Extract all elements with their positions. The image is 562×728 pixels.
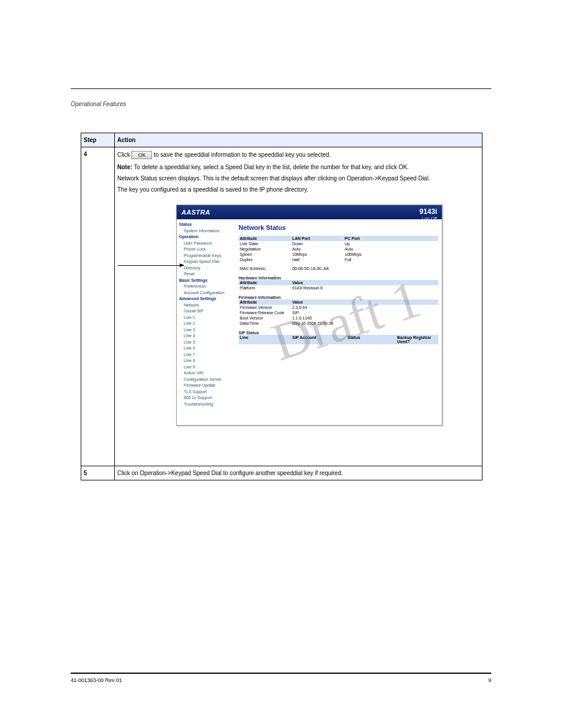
procedure-table: Step Action 4 Click OK to save the speed… bbox=[81, 133, 482, 480]
nav-item[interactable]: Troubleshooting bbox=[184, 401, 235, 408]
hw-title: Hardware Information bbox=[239, 276, 438, 280]
panel-title: Network Status bbox=[239, 224, 438, 231]
note-label: Note: bbox=[117, 164, 134, 170]
table-row: 5 Click on Operation->Keypad Speed Dial … bbox=[81, 466, 482, 480]
table-row: Boot Version1.1.0.1140 bbox=[239, 315, 438, 321]
nav-item[interactable]: Line 1 bbox=[184, 315, 235, 321]
nav-item[interactable]: Account Configuration bbox=[184, 290, 235, 297]
nav-item[interactable]: Line 5 bbox=[184, 340, 235, 346]
col-pc: PC Port bbox=[343, 236, 396, 241]
note-body: To delete a speeddial key, select a Spee… bbox=[134, 164, 409, 170]
sip-title: SIP Status bbox=[239, 331, 438, 335]
step4-text-b: to save the speeddial information to the… bbox=[154, 151, 330, 158]
nav-item[interactable]: Line 3 bbox=[184, 327, 235, 334]
nav-group-basic: Basic Settings bbox=[179, 278, 235, 284]
nav-item[interactable]: Line 9 bbox=[184, 364, 235, 371]
ok-button[interactable]: OK bbox=[131, 151, 152, 159]
table-row: Platform9143i Revision 0 bbox=[239, 285, 438, 291]
nav-item[interactable]: 802.1x Support bbox=[184, 395, 235, 401]
nav-item[interactable]: Reset bbox=[184, 271, 235, 278]
table-row: Firmware Release CodeSIP bbox=[239, 310, 438, 315]
nav-item[interactable]: Line 2 bbox=[184, 321, 235, 327]
webui-topbar: AASTRA 9143i Log Off bbox=[177, 205, 442, 219]
nav-item[interactable]: Line 8 bbox=[184, 358, 235, 364]
nav-item-keypad-speed-dial[interactable]: Keypad Speed Dial bbox=[184, 259, 235, 265]
col-action: Action bbox=[115, 133, 482, 147]
nav-item[interactable]: Programmable Keys bbox=[184, 253, 235, 259]
nav-item[interactable]: System Information bbox=[184, 228, 235, 235]
nav-item[interactable]: Action URI bbox=[184, 370, 235, 377]
brand-logo: AASTRA bbox=[181, 209, 210, 216]
table-row: Speed10Mbps100Mbps bbox=[239, 252, 438, 257]
step4-text-a: Click bbox=[117, 151, 131, 158]
step-body: Click on Operation->Keypad Speed Dial to… bbox=[115, 466, 482, 480]
page-number: 9 bbox=[488, 677, 491, 683]
net-header: Attribute LAN Port PC Port bbox=[239, 236, 438, 241]
webui-main: Draft 1 Network Status Attribute LAN Por… bbox=[235, 219, 442, 425]
webui-screenshot: AASTRA 9143i Log Off Status System Infor… bbox=[176, 205, 442, 426]
table-row: Link StateDownUp bbox=[239, 241, 438, 246]
nav-group-status: Status bbox=[179, 222, 235, 228]
nav-item[interactable]: Network bbox=[184, 302, 235, 309]
table-row: DuplexHalfFull bbox=[239, 257, 438, 262]
hw-header: AttributeValue bbox=[239, 280, 438, 285]
step4-text2: Network Status screen displays. This is … bbox=[117, 175, 480, 182]
nav-group-operation: Operation bbox=[179, 234, 235, 241]
col-lan: LAN Port bbox=[291, 236, 343, 241]
nav-item[interactable]: Line 7 bbox=[184, 352, 235, 358]
table-row: NegotiationAutoAuto bbox=[239, 246, 438, 252]
nav-item[interactable]: Line 4 bbox=[184, 333, 235, 340]
fw-header: AttributeValue bbox=[239, 299, 438, 305]
step4-text3: The key you configured as a speeddial is… bbox=[117, 186, 480, 193]
step-number: 5 bbox=[81, 466, 115, 480]
mac-row: MAC Address:00-08-5D-18-0C-AA bbox=[239, 266, 438, 271]
table-row: 4 Click OK to save the speeddial informa… bbox=[81, 147, 482, 466]
step-body: Click OK to save the speeddial informati… bbox=[115, 147, 482, 466]
col-step: Step bbox=[81, 133, 115, 147]
table-row: Date/TimeMay 16 2008 23:09:39 bbox=[239, 321, 438, 326]
col-attribute: Attribute bbox=[239, 236, 291, 241]
model-label: 9143i bbox=[419, 207, 437, 216]
page-header: Operational Features bbox=[71, 88, 491, 107]
table-header-row: Step Action bbox=[81, 133, 482, 147]
nav-item[interactable]: Phone Lock bbox=[184, 246, 235, 253]
nav-item[interactable]: Global SIP bbox=[184, 308, 235, 315]
table-row: Firmware Version2.3.0.64 bbox=[239, 305, 438, 310]
sip-header: Line SIP Account Status Backup Registrar… bbox=[239, 335, 438, 344]
nav-item[interactable]: Configuration Server bbox=[184, 377, 235, 383]
nav-item[interactable]: Line 6 bbox=[184, 345, 235, 352]
footer-rule bbox=[71, 673, 491, 674]
webui-left-nav: Status System Information Operation User… bbox=[177, 219, 235, 425]
callout-arrow bbox=[118, 265, 184, 266]
nav-item[interactable]: Preferences bbox=[184, 284, 235, 290]
footer-left: 41-001363-00 Rev 01 bbox=[71, 677, 122, 683]
nav-item[interactable]: User Password bbox=[184, 241, 235, 247]
nav-item[interactable]: TLS Support bbox=[184, 389, 235, 396]
fw-title: Firmware Information bbox=[239, 295, 438, 299]
nav-group-advanced: Advanced Settings bbox=[179, 296, 235, 302]
header-rule bbox=[71, 88, 491, 89]
nav-item[interactable]: Firmware Update bbox=[184, 383, 235, 389]
page-footer: 41-001363-00 Rev 01 9 bbox=[71, 673, 491, 683]
section-title: Operational Features bbox=[71, 101, 491, 107]
step-number: 4 bbox=[81, 147, 115, 466]
nav-item[interactable]: Directory bbox=[184, 265, 235, 272]
